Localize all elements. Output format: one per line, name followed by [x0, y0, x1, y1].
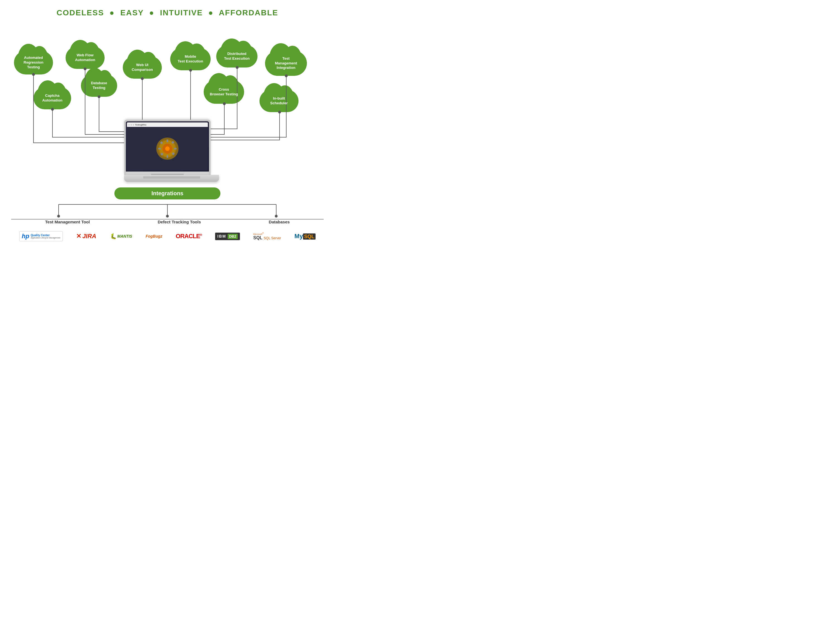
- cloud-web-flow[interactable]: Web FlowAutomation: [66, 47, 105, 69]
- jira-logo-box: ✕ JIRA: [76, 233, 96, 240]
- page-wrapper: CODELESS ● EASY ● INTUITIVE ● AFFORDABLE: [0, 0, 335, 252]
- mysql-logo-box: MySQL: [294, 233, 315, 240]
- svg-rect-16: [174, 148, 177, 149]
- cloud-mobile-label: MobileTest Execution: [178, 54, 204, 64]
- ibm-name: IBM: [217, 234, 226, 238]
- sql-text-block: Microsoft® SQL SQL Server: [253, 232, 281, 241]
- dot1: ●: [110, 8, 115, 17]
- integration-connectors: [6, 202, 329, 219]
- laptop-base: [126, 172, 209, 175]
- laptop: TestingWhiz: [124, 120, 211, 182]
- sql-name-row: SQL SQL Server: [253, 235, 281, 241]
- dot2: ●: [149, 8, 154, 17]
- laptop-screen-inner: TestingWhiz: [126, 121, 209, 172]
- laptop-screen: TestingWhiz: [126, 121, 209, 172]
- cloud-test-management[interactable]: TestManagementIntegration: [265, 51, 307, 76]
- laptop-topbar: TestingWhiz: [127, 123, 208, 127]
- qc-logo-box: hp Quality Center Application Lifecycle …: [19, 231, 63, 241]
- cloud-web-ui-label: Web UIComparison: [132, 63, 153, 72]
- tagline-word2: EASY: [120, 8, 144, 17]
- sql-server-text: SQL Server: [264, 236, 281, 240]
- laptop-screen-outer: TestingWhiz: [124, 120, 211, 175]
- oracle-logo: ORACLE®: [176, 229, 202, 243]
- mysql-logo: MySQL: [294, 229, 315, 243]
- sql-name: SQL: [253, 235, 263, 240]
- oracle-registered: ®: [200, 233, 202, 236]
- sql-server-logo: Microsoft® SQL SQL Server: [253, 229, 281, 243]
- cat-databases: Databases: [269, 220, 290, 224]
- cloud-automated-regression[interactable]: AutomatedRegressionTesting: [14, 51, 53, 74]
- svg-point-23: [57, 215, 60, 218]
- cloud-db-test-label: DatabaseTesting: [91, 81, 107, 90]
- qc-text-block: Quality Center Application Lifecycle Man…: [31, 234, 60, 239]
- db2-badge: DB2: [228, 234, 238, 239]
- cloud-database-testing[interactable]: DatabaseTesting: [81, 74, 117, 97]
- svg-rect-13: [167, 139, 168, 142]
- svg-point-12: [165, 146, 170, 151]
- cat-test-mgmt: Test Management Tool: [45, 220, 90, 224]
- qc-subtitle: Application Lifecycle Management: [31, 237, 60, 239]
- cloud-inbuilt-scheduler[interactable]: In-builtScheduler: [259, 90, 299, 112]
- oracle-name: ORACLE®: [176, 233, 202, 239]
- dot3: ●: [208, 8, 214, 17]
- cloud-auto-reg-label: AutomatedRegressionTesting: [24, 56, 44, 70]
- hp-symbol: hp: [22, 233, 29, 240]
- laptop-dot1: [128, 124, 130, 126]
- sql-ms-text: Microsoft®: [253, 232, 281, 235]
- laptop-dot2: [131, 124, 132, 126]
- fogbugz-logo: FogBugz: [146, 229, 162, 243]
- jira-name: JIRA: [82, 233, 96, 240]
- mantis-logo-box: 🐛 MANTIS: [110, 233, 132, 239]
- mysql-sql: SQL: [303, 233, 315, 239]
- cloud-test-mgmt-label: TestManagementIntegration: [275, 56, 297, 70]
- svg-point-25: [166, 215, 169, 218]
- fogbugz-logo-box: FogBugz: [146, 234, 162, 238]
- cloud-captcha-label: CaptchaAutomation: [42, 93, 62, 103]
- quality-center-logo: hp Quality Center Application Lifecycle …: [19, 229, 63, 243]
- cloud-distributed[interactable]: DistributedTest Execution: [216, 45, 258, 67]
- fogbugz-name: FogBugz: [146, 234, 162, 238]
- jira-logo: ✕ JIRA: [76, 229, 96, 243]
- laptop-content: [127, 127, 208, 170]
- tagline-word4: AFFORDABLE: [219, 8, 278, 17]
- laptop-keyboard: [124, 175, 219, 182]
- svg-rect-15: [158, 148, 161, 149]
- mysql-my: My: [294, 233, 303, 239]
- tagline: CODELESS ● EASY ● INTUITIVE ● AFFORDABLE: [6, 8, 329, 17]
- mantis-logo: 🐛 MANTIS: [110, 229, 132, 243]
- tagline-word3: INTUITIVE: [160, 8, 203, 17]
- ibm-db2-box: IBM DB2: [215, 233, 240, 240]
- cloud-mobile[interactable]: MobileTest Execution: [170, 48, 211, 70]
- mantis-bug-icon: 🐛: [110, 233, 117, 239]
- cloud-cross-browser-label: CrossBrowser Testing: [210, 87, 238, 97]
- laptop-brand: TestingWhiz: [135, 124, 146, 126]
- cloud-inbuilt-label: In-builtScheduler: [270, 96, 288, 106]
- integrations-banner: Integrations: [114, 187, 220, 200]
- laptop-dot3: [133, 124, 134, 126]
- ibm-db2-logo: IBM DB2: [215, 229, 240, 243]
- cloud-web-flow-label: Web FlowAutomation: [75, 53, 95, 62]
- tagline-word1: CODELESS: [57, 8, 104, 17]
- oracle-logo-box: ORACLE®: [176, 233, 202, 240]
- svg-rect-14: [167, 155, 168, 158]
- cloud-web-ui[interactable]: Web UIComparison: [123, 56, 162, 79]
- cat-defect: Defect Tracking Tools: [158, 220, 201, 224]
- sql-logo-box: Microsoft® SQL SQL Server: [253, 232, 281, 241]
- cloud-captcha[interactable]: CaptchaAutomation: [33, 87, 71, 109]
- cloud-distributed-label: DistributedTest Execution: [224, 52, 250, 61]
- qc-name: Quality Center: [31, 234, 60, 237]
- diagram-area: AutomatedRegressionTesting Web FlowAutom…: [6, 26, 329, 182]
- laptop-gear-icon: [156, 138, 179, 160]
- jira-icon: ✕: [76, 233, 81, 240]
- integration-logos: hp Quality Center Application Lifecycle …: [6, 226, 329, 246]
- cloud-cross-browser[interactable]: CrossBrowser Testing: [204, 80, 244, 104]
- mantis-name: MANTIS: [117, 234, 132, 238]
- svg-point-27: [275, 215, 277, 218]
- integration-categories: Test Management Tool Defect Tracking Too…: [6, 220, 329, 224]
- integrations-section: Integrations Test Management Tool Defect…: [6, 187, 329, 246]
